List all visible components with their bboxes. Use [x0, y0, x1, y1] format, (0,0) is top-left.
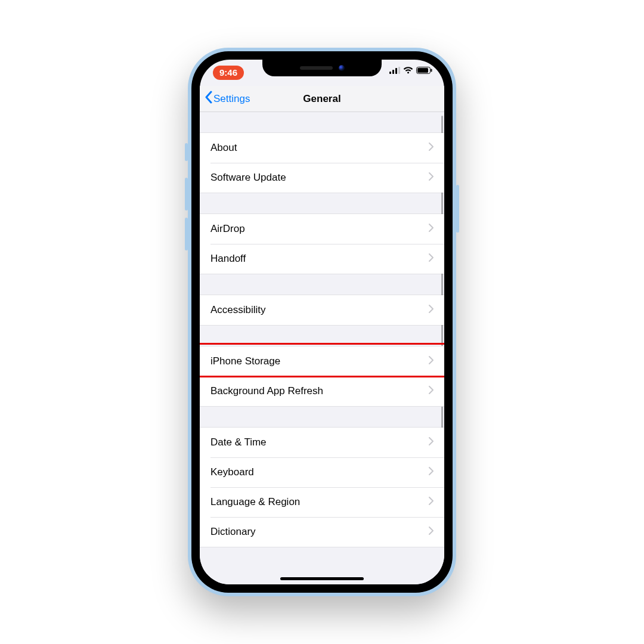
row-label: Dictionary	[210, 526, 429, 538]
row-about[interactable]: About	[200, 133, 444, 163]
side-button-silence	[185, 143, 188, 161]
chevron-right-icon	[429, 355, 434, 367]
side-button-volume-down	[185, 218, 188, 250]
nav-bar: Settings General	[200, 86, 444, 112]
group-storage: iPhone Storage Background App Refresh	[200, 346, 444, 407]
row-iphone-storage[interactable]: iPhone Storage	[200, 346, 444, 376]
status-icons	[389, 67, 432, 74]
screen: 9:46	[200, 60, 444, 584]
chevron-right-icon	[429, 436, 434, 448]
page-title: General	[200, 86, 444, 112]
row-language-region[interactable]: Language & Region	[200, 487, 444, 517]
row-label: Handoff	[210, 253, 429, 265]
chevron-right-icon	[429, 223, 434, 235]
svg-rect-3	[398, 67, 400, 74]
chevron-right-icon	[429, 142, 434, 154]
row-label: Language & Region	[210, 496, 429, 508]
row-label: iPhone Storage	[210, 355, 429, 367]
page-title-label: General	[303, 93, 340, 105]
group-accessibility: Accessibility	[200, 295, 444, 326]
row-label: Keyboard	[210, 466, 429, 478]
svg-rect-6	[431, 69, 432, 72]
row-airdrop[interactable]: AirDrop	[200, 214, 444, 244]
chevron-right-icon	[429, 304, 434, 316]
group-gap	[200, 112, 444, 132]
status-bar: 9:46	[200, 60, 444, 86]
svg-rect-0	[389, 72, 391, 74]
row-background-app-refresh[interactable]: Background App Refresh	[200, 376, 444, 406]
row-handoff[interactable]: Handoff	[200, 244, 444, 274]
side-button-volume-up	[185, 178, 188, 210]
row-label: Accessibility	[210, 304, 429, 316]
row-accessibility[interactable]: Accessibility	[200, 295, 444, 325]
status-time-recording[interactable]: 9:46	[213, 66, 244, 80]
row-date-time[interactable]: Date & Time	[200, 428, 444, 457]
settings-list[interactable]: About Software Update	[200, 112, 444, 584]
svg-rect-5	[417, 68, 428, 73]
group-gap	[200, 326, 444, 346]
row-label: Date & Time	[210, 436, 429, 448]
row-label: About	[210, 142, 429, 154]
row-software-update[interactable]: Software Update	[200, 163, 444, 193]
group-gap	[200, 193, 444, 213]
chevron-right-icon	[429, 385, 434, 397]
side-button-power	[456, 185, 459, 233]
home-indicator[interactable]	[280, 577, 364, 580]
chevron-right-icon	[429, 466, 434, 478]
chevron-right-icon	[429, 526, 434, 538]
chevron-right-icon	[429, 496, 434, 508]
svg-rect-2	[395, 68, 397, 74]
row-label: Background App Refresh	[210, 385, 429, 397]
row-keyboard[interactable]: Keyboard	[200, 457, 444, 487]
battery-icon	[416, 67, 432, 74]
cellular-icon	[389, 67, 400, 74]
row-dictionary[interactable]: Dictionary	[200, 517, 444, 547]
group-gap	[200, 407, 444, 427]
group-system: Date & Time Keyboard Language & Region	[200, 427, 444, 547]
wifi-icon	[403, 67, 413, 74]
group-about: About Software Update	[200, 132, 444, 193]
row-label: AirDrop	[210, 223, 429, 235]
phone-bezel: 9:46	[191, 51, 453, 593]
chevron-right-icon	[429, 172, 434, 184]
svg-rect-1	[392, 70, 394, 74]
row-label: Software Update	[210, 172, 429, 184]
group-airdrop: AirDrop Handoff	[200, 213, 444, 274]
group-gap	[200, 274, 444, 295]
phone-frame: 9:46	[188, 48, 456, 596]
status-time-label: 9:46	[219, 67, 237, 78]
chevron-right-icon	[429, 253, 434, 265]
